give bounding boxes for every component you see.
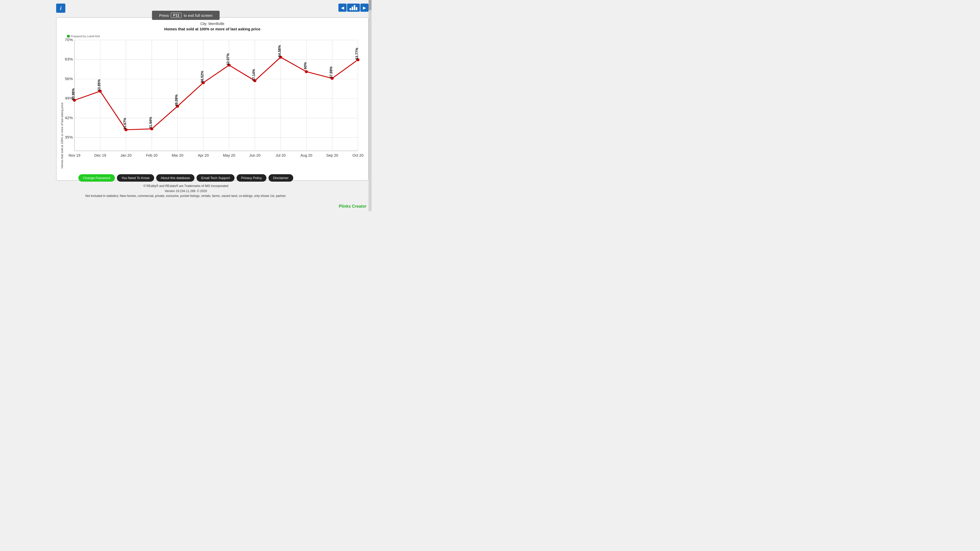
- svg-text:60%: 60%: [303, 62, 307, 69]
- chart-button[interactable]: [347, 3, 360, 12]
- copyright-line1: © REality® and REstats® are Trademarks o…: [85, 184, 286, 189]
- footer-copyright: © REality® and REstats® are Trademarks o…: [85, 184, 286, 198]
- svg-text:Jan 20: Jan 20: [121, 154, 132, 157]
- bar-icon-2: [352, 6, 353, 10]
- svg-text:50.98%: 50.98%: [71, 88, 75, 100]
- svg-text:Jun 20: Jun 20: [249, 154, 261, 157]
- chart-title: Homes that sold at 100% or more of last …: [60, 27, 364, 31]
- top-nav: ◀ ▶: [339, 3, 369, 12]
- next-icon: ▶: [363, 5, 366, 10]
- green-square-icon: [67, 35, 70, 38]
- svg-text:Mar 20: Mar 20: [172, 154, 183, 157]
- copyright-line3: Not included in statistics: New homes, c…: [85, 194, 286, 198]
- svg-text:57.89%: 57.89%: [329, 66, 333, 78]
- privacy-policy-button[interactable]: Privacy Policy: [237, 174, 266, 182]
- svg-text:Dec 19: Dec 19: [94, 154, 106, 157]
- plinks-creator[interactable]: Plinks Creator: [339, 204, 366, 209]
- svg-text:41.67%: 41.67%: [123, 118, 127, 130]
- svg-text:56.52%: 56.52%: [200, 71, 204, 83]
- chart-line: [75, 57, 358, 130]
- line-chart-svg: 70% 63% 56% 49% 42% 35% Nov 19 Dec 19 Ja…: [65, 34, 364, 168]
- footer-buttons: Change Password You Need To Know About t…: [78, 174, 293, 182]
- you-need-to-know-button[interactable]: You Need To Know: [117, 174, 154, 182]
- fullscreen-banner: Press F11 to exit full screen: [152, 11, 220, 20]
- chart-inner: Prepared by Lutrell Kirk: [65, 34, 364, 168]
- about-database-button[interactable]: About this database: [156, 174, 195, 182]
- chart-city: City: Merrillville: [60, 22, 364, 26]
- exit-text: to exit full screen: [184, 13, 213, 17]
- svg-text:Feb 20: Feb 20: [146, 154, 158, 157]
- svg-text:35%: 35%: [65, 135, 73, 139]
- change-password-button[interactable]: Change Password: [78, 174, 115, 182]
- svg-text:Oct 20: Oct 20: [352, 154, 363, 157]
- f11-key: F11: [171, 13, 182, 18]
- y-axis-label: Homes that sold at 100% or more of last …: [60, 34, 64, 168]
- svg-text:57.14%: 57.14%: [251, 69, 256, 81]
- bar-icon-4: [356, 7, 357, 10]
- data-point-9: [305, 70, 308, 73]
- svg-text:63.77%: 63.77%: [355, 48, 359, 60]
- press-text: Press: [159, 13, 169, 17]
- bar-icon-3: [354, 5, 355, 10]
- svg-text:41.94%: 41.94%: [148, 117, 153, 129]
- svg-text:70%: 70%: [65, 38, 73, 42]
- svg-text:49.09%: 49.09%: [174, 94, 178, 106]
- svg-text:Nov 19: Nov 19: [68, 154, 80, 157]
- email-tech-support-button[interactable]: Email Tech Support: [197, 174, 234, 182]
- disclaimer-button[interactable]: Disclaimer: [269, 174, 293, 182]
- svg-text:Apr 20: Apr 20: [198, 154, 209, 157]
- chart-container: City: Merrillville Homes that sold at 10…: [56, 17, 369, 181]
- prepared-by-text: Prepared by Lutrell Kirk: [71, 35, 100, 38]
- next-button[interactable]: ▶: [360, 3, 369, 12]
- chart-area: Homes that sold at 100% or more of last …: [60, 34, 364, 168]
- prev-button[interactable]: ◀: [339, 3, 347, 12]
- svg-text:56%: 56%: [65, 76, 73, 81]
- copyright-line2: Version 19.234.11.269. © 2020: [85, 189, 286, 194]
- prepared-by: Prepared by Lutrell Kirk: [67, 35, 100, 38]
- svg-text:62.07%: 62.07%: [226, 53, 230, 65]
- svg-text:63%: 63%: [65, 57, 73, 61]
- prev-icon: ◀: [341, 5, 344, 10]
- svg-text:Aug 20: Aug 20: [301, 154, 312, 157]
- svg-text:64.58%: 64.58%: [277, 45, 282, 57]
- svg-text:53.85%: 53.85%: [97, 79, 101, 91]
- scrollbar-thumb[interactable]: [369, 0, 372, 10]
- svg-text:Sep 20: Sep 20: [326, 154, 338, 157]
- svg-text:42%: 42%: [65, 116, 73, 120]
- svg-text:May 20: May 20: [223, 154, 235, 157]
- info-icon: i: [60, 5, 62, 11]
- footer: Change Password You Need To Know About t…: [0, 174, 372, 198]
- svg-text:Jul 20: Jul 20: [275, 154, 286, 157]
- bar-icon-1: [350, 8, 351, 10]
- info-button[interactable]: i: [56, 3, 65, 13]
- scrollbar[interactable]: [369, 0, 372, 211]
